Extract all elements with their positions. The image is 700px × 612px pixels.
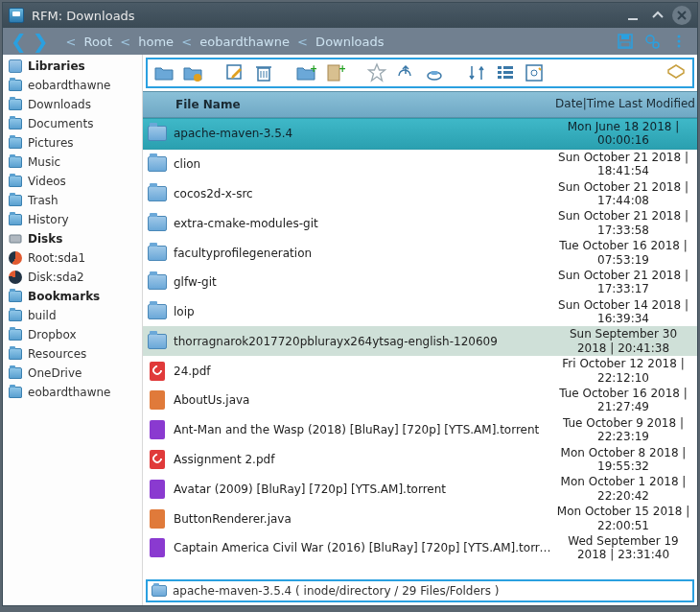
nav-back-button[interactable]: ❮ xyxy=(11,32,27,51)
sidebar-item[interactable]: Root:sda1 xyxy=(3,248,142,268)
delete-button[interactable] xyxy=(251,60,276,85)
sidebar-header-label: Disks xyxy=(28,232,62,246)
folder-icon xyxy=(9,348,22,360)
column-date-header[interactable]: Date|Time Last Modified xyxy=(553,98,697,110)
settings-icon[interactable] xyxy=(642,31,663,52)
sidebar-item[interactable]: Trash xyxy=(3,191,142,210)
folder-icon xyxy=(9,387,22,398)
list-view-button[interactable] xyxy=(493,60,518,85)
sidebar-item-label: Documents xyxy=(28,117,93,130)
sidebar-item[interactable]: build xyxy=(3,306,142,325)
folder-icon xyxy=(148,304,167,319)
svg-rect-30 xyxy=(526,65,542,81)
folder-icon xyxy=(9,118,22,129)
actions-icon[interactable] xyxy=(668,31,689,52)
tag-button[interactable] xyxy=(664,60,688,85)
upload-button[interactable] xyxy=(393,60,418,85)
save-icon[interactable] xyxy=(615,31,636,52)
breadcrumb-segment[interactable]: eobardthawne xyxy=(196,35,293,49)
sidebar-header-label: Libraries xyxy=(28,59,85,73)
file-row[interactable]: apache-maven-3.5.4Mon June 18 2018 | 00:… xyxy=(143,118,697,150)
sidebar-item[interactable]: Documents xyxy=(3,114,142,133)
star-button[interactable] xyxy=(364,60,389,85)
file-row[interactable]: facultyprofilegenerationTue October 16 2… xyxy=(143,238,697,268)
sort-button[interactable] xyxy=(464,60,489,85)
file-name: facultyprofilegeneration xyxy=(172,247,553,260)
sidebar-item[interactable]: Pictures xyxy=(3,133,142,153)
file-row[interactable]: ButtonRenderer.javaMon October 15 2018 |… xyxy=(143,504,697,533)
svg-rect-26 xyxy=(498,71,502,74)
file-name: apache-maven-3.5.4 xyxy=(172,127,553,140)
file-name: ButtonRenderer.java xyxy=(172,512,553,526)
file-row[interactable]: Assignment 2.pdfMon October 8 2018 | 19:… xyxy=(143,445,697,475)
breadcrumb-segment[interactable]: Downloads xyxy=(312,35,385,49)
sidebar-item[interactable]: Downloads xyxy=(3,95,142,114)
file-name: thorragnarok2017720pblurayx264ytsag-engl… xyxy=(172,335,553,348)
file-date: Wed September 19 2018 | 23:31:40 xyxy=(553,534,697,562)
file-row[interactable]: thorragnarok2017720pblurayx264ytsag-engl… xyxy=(143,326,697,356)
folder-icon xyxy=(148,156,167,172)
column-name-header[interactable]: File Name xyxy=(172,98,553,111)
file-row[interactable]: AboutUs.javaTue October 16 2018 | 21:27:… xyxy=(143,386,697,415)
icon-view-button[interactable] xyxy=(522,60,547,85)
folder-icon xyxy=(148,246,167,261)
breadcrumb-segment[interactable]: Root xyxy=(80,35,116,49)
sidebar-item[interactable]: Videos xyxy=(3,172,142,191)
file-row[interactable]: Avatar (2009) [BluRay] [720p] [YTS.AM].t… xyxy=(143,474,697,504)
file-name: 24.pdf xyxy=(172,365,553,378)
open-folder-button[interactable] xyxy=(152,60,176,85)
folder-icon xyxy=(9,99,22,110)
minimize-button[interactable] xyxy=(622,5,643,26)
open-with-button[interactable] xyxy=(180,60,205,85)
nav-forward-button[interactable]: ❯ xyxy=(33,32,49,51)
maximize-button[interactable] xyxy=(647,5,668,26)
sidebar-item[interactable]: Resources xyxy=(3,344,142,364)
file-row[interactable]: Ant-Man and the Wasp (2018) [BluRay] [72… xyxy=(143,415,697,445)
sidebar-item-label: eobardthawne xyxy=(28,386,111,399)
sidebar-item[interactable]: Disk:sda2 xyxy=(3,268,142,287)
share-button[interactable] xyxy=(422,60,447,85)
sidebar-item-label: eobardthawne xyxy=(28,79,111,92)
file-name: AboutUs.java xyxy=(172,393,553,407)
file-date: Sun September 30 2018 | 20:41:38 xyxy=(553,327,697,355)
new-folder-button[interactable]: + xyxy=(293,60,318,85)
svg-rect-24 xyxy=(498,66,502,69)
file-row[interactable]: loipSun October 14 2018 | 16:39:34 xyxy=(143,297,697,327)
file-name: cocos2d-x-src xyxy=(172,187,553,200)
sidebar-item[interactable]: eobardthawne xyxy=(3,383,142,402)
breadcrumb-segment[interactable]: home xyxy=(134,35,177,49)
breadcrumb-separator: < xyxy=(66,35,77,49)
sidebar-item[interactable]: eobardthawne xyxy=(3,76,142,95)
sidebar-item[interactable]: OneDrive xyxy=(3,364,142,383)
sidebar-item[interactable]: Music xyxy=(3,153,142,172)
new-file-button[interactable]: + xyxy=(322,60,347,85)
sidebar-section-header[interactable]: Bookmarks xyxy=(3,287,142,306)
column-headers: File Name Date|Time Last Modified xyxy=(143,91,697,118)
sidebar-item[interactable]: Dropbox xyxy=(3,325,142,344)
file-row[interactable]: clionSun October 21 2018 | 18:41:54 xyxy=(143,150,697,179)
sidebar-item-label: Dropbox xyxy=(28,328,77,341)
file-row[interactable]: extra-cmake-modules-gitSun October 21 20… xyxy=(143,208,697,238)
file-name: Ant-Man and the Wasp (2018) [BluRay] [72… xyxy=(172,423,553,436)
file-row[interactable]: cocos2d-x-srcSun October 21 2018 | 17:44… xyxy=(143,179,697,209)
main-area: + + xyxy=(143,55,697,605)
folder-icon xyxy=(148,274,167,290)
file-row[interactable]: 24.pdfFri October 12 2018 | 22:12:10 xyxy=(143,356,697,386)
pdf-icon xyxy=(150,362,165,381)
file-row[interactable]: glfw-gitSun October 21 2018 | 17:33:17 xyxy=(143,268,697,297)
java-icon xyxy=(150,509,165,529)
status-bar: apache-maven-3.5.4 ( inode/directory / 2… xyxy=(146,579,694,602)
file-date: Mon October 1 2018 | 22:20:42 xyxy=(553,475,697,503)
status-text: apache-maven-3.5.4 ( inode/directory / 2… xyxy=(173,584,500,598)
libraries-icon xyxy=(9,59,22,73)
sidebar-section-header[interactable]: Libraries xyxy=(3,57,142,76)
file-row[interactable]: Captain America Civil War (2016) [BluRay… xyxy=(143,533,697,563)
sidebar-section-header[interactable]: Disks xyxy=(3,229,142,248)
file-name: Avatar (2009) [BluRay] [720p] [YTS.AM].t… xyxy=(172,483,553,496)
edit-button[interactable] xyxy=(222,60,247,85)
sidebar-item[interactable]: History xyxy=(3,210,142,229)
file-list[interactable]: apache-maven-3.5.4Mon June 18 2018 | 00:… xyxy=(143,118,697,579)
folder-icon xyxy=(9,195,22,206)
close-button[interactable] xyxy=(672,6,691,25)
svg-point-9 xyxy=(678,40,681,43)
